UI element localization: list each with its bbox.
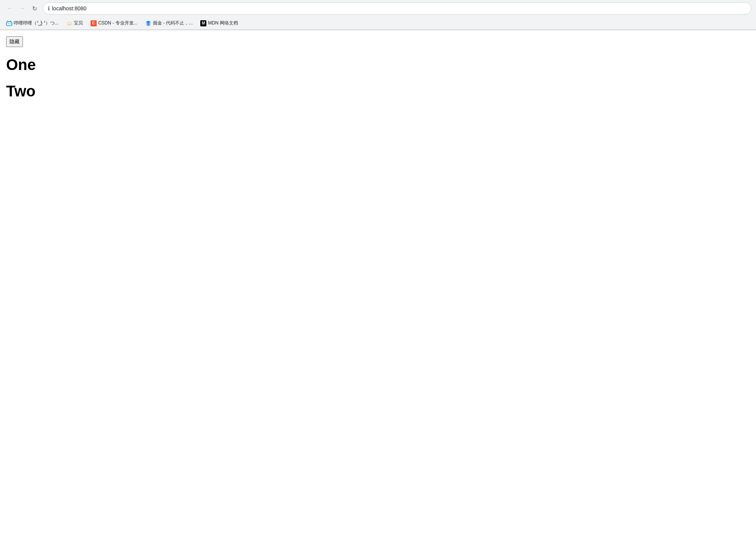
mdn-label: MDN 网络文档 (208, 20, 238, 26)
bookmark-baobei[interactable]: 🗂 宝贝 (63, 18, 86, 28)
bookmark-bilibili[interactable]: 哔哩哔哩（° ͜ʖ °）つ... (3, 18, 62, 28)
nav-buttons: ← → ↻ (5, 3, 40, 14)
address-bar-url: localhost:8080 (52, 5, 86, 11)
mdn-icon: M (200, 20, 206, 26)
heading-two: Two (6, 83, 750, 100)
bookmarks-bar: 哔哩哔哩（° ͜ʖ °）つ... 🗂 宝贝 C CSDN - 专业开发... 掘… (0, 17, 756, 30)
bookmark-mdn[interactable]: M MDN 网络文档 (197, 18, 241, 28)
address-bar-security-icon: ℹ (48, 5, 50, 11)
hide-button[interactable]: 隐藏 (6, 36, 23, 47)
juejin-label: 掘金 - 代码不止，... (153, 20, 193, 26)
bilibili-label: 哔哩哔哩（° ͜ʖ °）つ... (14, 20, 58, 26)
back-button[interactable]: ← (5, 3, 15, 14)
baobei-label: 宝贝 (74, 20, 83, 26)
reload-button[interactable]: ↻ (29, 3, 40, 14)
forward-button[interactable]: → (17, 3, 28, 14)
juejin-icon (145, 20, 151, 26)
browser-chrome: ← → ↻ ℹ localhost:8080 哔哩哔哩（° ͜ʖ °）つ... … (0, 0, 756, 30)
baobei-folder-icon: 🗂 (66, 20, 72, 26)
bookmark-csdn[interactable]: C CSDN - 专业开发... (88, 18, 141, 28)
address-bar[interactable]: ℹ localhost:8080 (43, 2, 751, 15)
csdn-label: CSDN - 专业开发... (98, 20, 138, 26)
heading-one: One (6, 56, 750, 73)
bookmark-juejin[interactable]: 掘金 - 代码不止，... (142, 18, 196, 28)
bilibili-icon (6, 20, 12, 26)
page-content: 隐藏 One Two (0, 30, 756, 547)
csdn-icon: C (91, 20, 97, 26)
browser-toolbar: ← → ↻ ℹ localhost:8080 (0, 0, 756, 17)
